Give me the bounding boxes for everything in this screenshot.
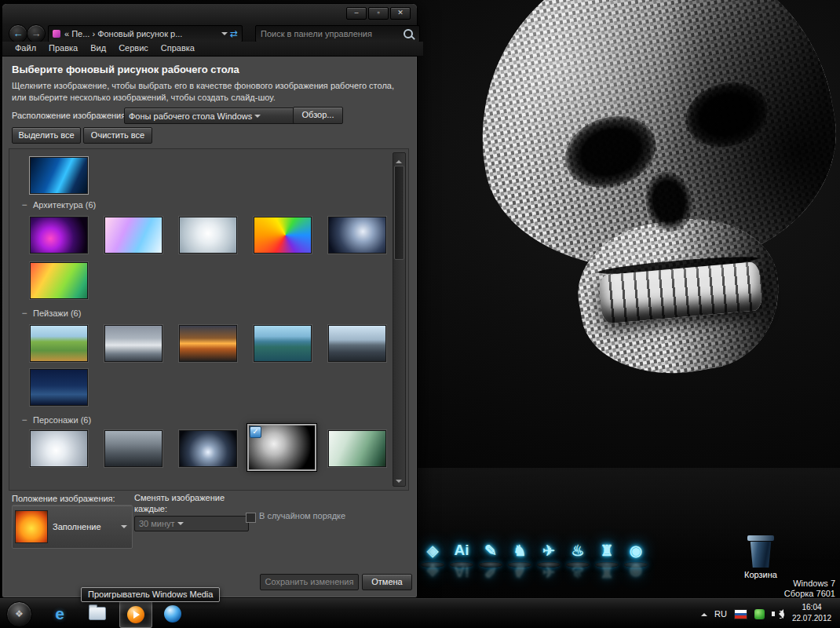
selected-checkbox[interactable]: ✓ [250,426,261,438]
antivirus-tray-icon[interactable] [754,609,765,619]
wallpaper-thumbnail[interactable] [30,217,88,254]
browse-button[interactable]: Обзор... [293,107,343,124]
dock-icon-8[interactable]: ◉ ◉ [623,542,649,587]
wallpaper-thumbnail-featured[interactable] [30,157,88,194]
wallpaper-thumbnail[interactable] [328,430,386,467]
taskbar-internet-explorer[interactable]: e [44,601,75,626]
chevron-down-icon [121,525,127,531]
group-header-landscapes[interactable]: − Пейзажи (6) [20,308,81,319]
shuffle-checkbox[interactable] [246,513,256,523]
menu-file[interactable]: Файл [9,42,42,56]
dock-icon-1-glyph: ◈ [419,542,446,560]
wallpaper-thumbnail[interactable] [179,217,237,254]
scrollbar[interactable] [393,152,406,487]
refresh-icon[interactable]: ⇄ [230,28,238,39]
close-button[interactable]: ✕ [390,7,411,20]
taskbar-clock[interactable]: 16:04 22.07.2012 [787,602,837,623]
location-dropdown-value: Фоны рабочего стола Windows [129,111,252,121]
taskbar: ❖ e RU 16:04 22.07.2012 [0,598,840,628]
dock-icon-3-reflection: ✎ [477,563,504,581]
wallpaper-skull-art [429,0,840,465]
maximize-button[interactable]: ▫ [368,7,389,20]
wallpaper-gallery: − Архитектура (6) − Пейзажи (6) − Персон… [9,148,409,491]
dock-icon-6[interactable]: ♨ ♨ [564,542,591,587]
dock-icon-5-glyph: ✈ [535,542,562,560]
menu-view[interactable]: Вид [84,42,112,56]
menu-edit[interactable]: Правка [42,42,84,56]
group-label: Архитектура (6) [33,200,96,210]
dock-icon-8-reflection: ◉ [623,563,649,581]
forward-button[interactable]: → [27,24,46,43]
collapse-icon[interactable]: − [20,199,28,210]
select-all-button[interactable]: Выделить все [12,127,81,144]
dock-icon-7-reflection: ♜ [593,563,620,581]
position-dropdown[interactable]: Заполнение [12,505,133,549]
collapse-icon[interactable]: − [20,308,28,319]
dock-icon-3[interactable]: ✎ ✎ [477,542,504,587]
page-description: Щелкните изображение, чтобы выбрать его … [12,80,403,104]
wallpaper-thumbnail-selected[interactable]: ✓ [247,424,316,471]
menu-help[interactable]: Справка [155,42,201,56]
menu-tools[interactable]: Сервис [112,42,155,56]
wallpaper-thumbnail[interactable] [179,430,237,467]
wallpaper-thumbnail[interactable] [328,325,386,362]
scroll-down-button[interactable] [393,475,404,486]
wallpaper-thumbnail[interactable] [179,325,237,362]
clock-date: 22.07.2012 [787,613,837,624]
address-bar[interactable]: « Пе... › Фоновый рисунок р... ⇄ [48,25,243,42]
dock-icon-1[interactable]: ◈ ◈ [419,542,446,587]
clear-all-button[interactable]: Очистить все [83,127,152,144]
group-header-characters[interactable]: − Персонажи (6) [20,414,91,425]
change-interval-label: Сменять изображение каждые: [134,492,252,515]
windows-media-player-icon [127,606,144,623]
shuffle-label: В случайном порядке [259,511,345,520]
wallpaper-thumbnail[interactable] [104,325,163,362]
minimize-button[interactable]: – [346,7,367,20]
dock-icon-4[interactable]: ♞ ♞ [506,542,533,587]
cancel-button[interactable]: Отмена [362,574,412,590]
wallpaper-thumbnail[interactable] [30,430,88,467]
language-indicator[interactable]: RU [714,609,727,619]
dock-icon-5[interactable]: ✈ ✈ [535,542,562,587]
dock-icon-7[interactable]: ♜ ♜ [593,542,620,587]
wallpaper-thumbnail[interactable] [104,217,163,254]
volume-wave [780,611,784,619]
taskbar-media-app[interactable] [157,601,188,626]
save-changes-button[interactable]: Сохранить изменения [260,574,359,590]
desktop-dock: ◈ ◈ Ai Ai ✎ ✎ ♞ ♞ ✈ ✈ ♨ ♨ [419,542,649,587]
show-hidden-icons-icon[interactable] [701,610,707,616]
volume-icon[interactable] [772,609,783,619]
search-icon[interactable] [404,29,413,38]
dock-icon-illustrator[interactable]: Ai Ai [448,542,475,587]
wallpaper-thumbnail[interactable] [104,430,163,467]
scroll-up-button[interactable] [393,153,404,164]
interval-dropdown[interactable]: 30 минут [134,516,249,531]
wallpaper-thumbnail[interactable] [30,325,88,362]
page-title: Выберите фоновый рисунок рабочего стола [12,64,239,75]
location-dropdown[interactable]: Фоны рабочего стола Windows [124,108,295,124]
taskbar-tooltip: Проигрыватель Windows Media [81,587,220,602]
control-panel-icon [53,30,60,38]
group-header-architecture[interactable]: − Архитектура (6) [20,199,96,210]
wallpaper-thumbnail[interactable] [30,369,88,406]
search-box[interactable]: Поиск в панели управления [255,25,420,42]
explorer-folder-icon [89,607,106,620]
address-dropdown-icon[interactable] [221,32,228,38]
chevron-down-icon [254,115,261,121]
back-button[interactable]: ← [9,24,27,43]
taskbar-windows-media-player[interactable] [119,601,152,628]
recycle-bin[interactable]: Корзина [738,535,783,579]
chevron-down-icon [177,522,184,528]
keyboard-flag-icon[interactable] [734,609,747,619]
collapse-icon[interactable]: − [20,414,28,425]
scrollbar-thumb[interactable] [394,166,404,260]
dock-icon-illustrator-reflection: Ai [448,563,475,580]
taskbar-explorer[interactable] [82,601,113,626]
start-button[interactable]: ❖ [6,601,32,627]
group-label: Персонажи (6) [33,415,91,425]
wallpaper-thumbnail[interactable] [328,217,386,254]
wallpaper-thumbnail[interactable] [254,325,312,362]
wallpaper-thumbnail[interactable] [30,262,88,299]
breadcrumb[interactable]: « Пе... › Фоновый рисунок р... [64,29,219,38]
wallpaper-thumbnail[interactable] [254,217,312,254]
